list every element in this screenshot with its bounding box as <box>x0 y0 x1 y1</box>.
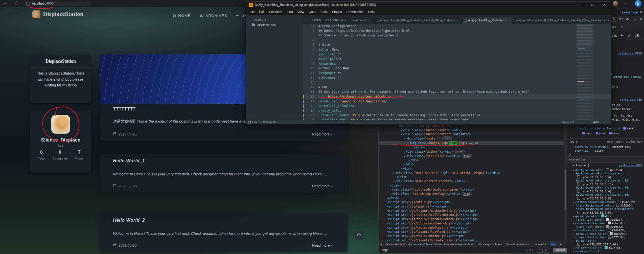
color-swatch[interactable] <box>608 228 611 232</box>
css-declaration[interactable]: rgba(255,255,255,0.08); <box>567 243 644 246</box>
dom-tree-row[interactable]: </div> <box>379 175 564 179</box>
code-line[interactable]: 13 <box>303 80 611 85</box>
tab-config-backup[interactable]: _config.yml — 备份\Blog_Redefine_Finalish_… <box>375 17 463 24</box>
code-line[interactable]: 2## Docs: https://hexo.io/docs/configura… <box>303 29 611 33</box>
code-line[interactable]: 14# URL <box>303 85 611 90</box>
code-line[interactable]: 10author: John Doe <box>303 66 611 71</box>
read-more-link[interactable]: Read more› <box>312 184 332 188</box>
sublime-title-bar[interactable]: S D:\My_Boke\Blog_Redefine\_config.yml (… <box>246 2 611 9</box>
scrollbar-thumb[interactable] <box>565 169 566 210</box>
code-line[interactable]: 6title: Hexo <box>303 47 611 52</box>
breadcrumb-item[interactable]: div.sticky-container <box>478 243 502 246</box>
css-declaration[interactable]: --second-text-color: #cbcbd1; <box>567 221 644 225</box>
css-declaration[interactable]: --background-color-transparent-80: <box>567 193 644 197</box>
color-swatch[interactable] <box>577 182 580 186</box>
dom-tree-row[interactable]: <script src="/js/tools/lightDarkSwitch.j… <box>379 217 564 221</box>
breadcrumb-left-arrow[interactable]: ◀ <box>380 243 382 245</box>
sidebar-folder-displacetech[interactable]: DisplaceTech <box>252 23 275 27</box>
css-declaration[interactable]: --background-color-transparent: <box>567 172 644 175</box>
breadcrumb-item-selected[interactable]: img <box>550 242 557 246</box>
css-declaration[interactable]: --third-background-color-transparent: <box>567 207 644 211</box>
dom-tree-row[interactable]: <script src="/js/main.js"></script> <box>379 204 564 209</box>
style-source-link[interactable]: style.css:8803 <box>619 164 642 167</box>
tab-close-icon[interactable]: × <box>457 19 458 22</box>
color-swatch[interactable] <box>608 236 611 239</box>
dom-tree-row[interactable]: </div> <box>379 183 564 188</box>
code-line[interactable]: 4 <box>303 38 611 43</box>
color-swatch[interactable] <box>618 200 621 203</box>
css-declaration[interactable]: rgba(32,33,36,0.15); <box>567 182 644 186</box>
css-declaration[interactable]: --background-color-transparent-15: <box>567 179 644 182</box>
tab-close-icon[interactable]: × <box>344 19 346 22</box>
code-line[interactable]: 15## Set your site url here. For example… <box>303 89 611 94</box>
css-declaration[interactable]: --background-color: #202124; <box>567 168 644 172</box>
tab-readme2-md[interactable]: readme.md× <box>349 17 375 24</box>
css-declaration[interactable]: --third-background-color: #292b2f; <box>567 204 644 207</box>
breadcrumb-item[interactable]: n-content-body <box>385 243 405 246</box>
dom-tree-row[interactable]: ▸<div class="statistics">…</div>flex <box>379 154 564 158</box>
dom-tree-row[interactable]: </div> <box>379 167 564 171</box>
stat-tags[interactable]: 0Tags <box>38 150 44 160</box>
dom-tree-row[interactable]: ▸<div class="main-content-footer">…</div… <box>379 179 564 183</box>
code-line[interactable]: 11language: en <box>303 71 611 76</box>
minimap[interactable] <box>577 24 594 121</box>
syntax-mode[interactable]: YAML <box>592 121 600 124</box>
devtools-settings-gear-icon[interactable]: ⚙ <box>626 17 629 21</box>
css-declaration[interactable]: --second-background-color: #242529; <box>567 200 644 204</box>
tab-scroll-arrows[interactable]: ◂▸ <box>303 18 310 24</box>
status-icon[interactable] <box>248 121 251 124</box>
indent-setting[interactable]: Spaces: 2 <box>561 121 574 124</box>
maximize-button[interactable]: □ <box>591 3 593 7</box>
bezier-icon[interactable] <box>623 127 626 130</box>
css-declaration[interactable]: rgba(32,33,36,0.8); <box>567 197 644 200</box>
color-swatch[interactable] <box>610 232 613 235</box>
code-line[interactable]: 5# Site <box>303 42 611 47</box>
code-line[interactable]: 18permalink_defaults: <box>303 104 611 108</box>
menu-find[interactable]: Find <box>284 10 295 14</box>
color-swatch[interactable] <box>577 243 580 246</box>
tab-close-icon[interactable]: × <box>368 19 370 22</box>
menu-selection[interactable]: Selection <box>267 10 284 14</box>
tab-license[interactable]: LICEN <box>310 17 323 24</box>
dom-tree-row[interactable]: ▸<div class="search-pop-overlay">…</div>… <box>379 192 564 196</box>
stat-categories[interactable]: 0Categories <box>52 150 67 160</box>
css-declaration[interactable]: rgba(32,33,36,0.4); <box>567 190 644 193</box>
dom-tree-row[interactable]: <script src="/js/tools/scrollTopBottom.j… <box>379 213 564 217</box>
issues-counter[interactable]: 9 <box>612 17 616 22</box>
code-line[interactable]: 9keywords: <box>303 61 611 66</box>
code-line[interactable]: 19pretty_urls: <box>303 108 611 113</box>
css-selector[interactable]: .dark-mode {style.css:8803 <box>569 164 644 167</box>
breadcrumb-right-arrow[interactable]: ▶ <box>560 243 562 245</box>
code-line[interactable]: 8description: '' <box>303 57 611 61</box>
dom-tree-row[interactable]: <script src="/js/layouts/navbarShrink.js… <box>379 209 564 213</box>
color-swatch[interactable] <box>577 175 580 178</box>
css-declaration[interactable]: --primary-color: #3cc; <box>567 214 644 218</box>
dom-tree-row[interactable]: </div> <box>379 145 564 150</box>
new-style-rule-button[interactable]: + <box>620 33 623 37</box>
css-declaration[interactable]: --first-text-color: #d2d2d7; <box>567 218 644 221</box>
url-text[interactable]: localhost:4000 <box>32 2 54 5</box>
flex-badge[interactable]: flex <box>455 150 465 153</box>
color-swatch[interactable] <box>577 190 580 193</box>
flex-badge[interactable]: flex <box>442 136 452 140</box>
code-line[interactable]: 20 trailing_index: true # Set to false t… <box>303 113 611 118</box>
sublime-code-area[interactable]: 1# Hexo Configuration 2## Docs: https://… <box>303 24 611 121</box>
breadcrumb-item[interactable]: div.avatar <box>534 243 546 246</box>
menu-file[interactable]: File <box>247 10 257 14</box>
devtools-tab-layout[interactable]: out <box>612 25 616 29</box>
tab-config-redefine[interactable]: config.redefine.yml — 备份\Blog_Redefine_F… <box>512 17 601 24</box>
read-more-link[interactable]: Read more› <box>312 132 332 136</box>
code-line[interactable]: 1# Hexo Configuration <box>303 24 611 29</box>
new-tab-button[interactable]: + ▼ <box>601 18 610 24</box>
menu-preferences[interactable]: Preferences <box>344 10 366 14</box>
dom-tree-row[interactable]: ▾<div class="sticky-container"> <box>379 124 564 128</box>
read-more-link[interactable]: Read more› <box>312 243 332 247</box>
menu-project[interactable]: Project <box>330 10 344 14</box>
minimize-button[interactable]: — <box>583 3 586 7</box>
post-title[interactable]: Hello World_2 <box>113 218 145 223</box>
back-icon[interactable]: ← <box>4 1 8 5</box>
tab-close-icon[interactable]: × <box>505 19 507 22</box>
computed-panel-icon[interactable] <box>635 34 639 38</box>
post-title[interactable]: Hello World_1 <box>113 158 145 164</box>
code-line[interactable]: 17permalink: :year/:month/:day/:title/ <box>303 99 611 104</box>
